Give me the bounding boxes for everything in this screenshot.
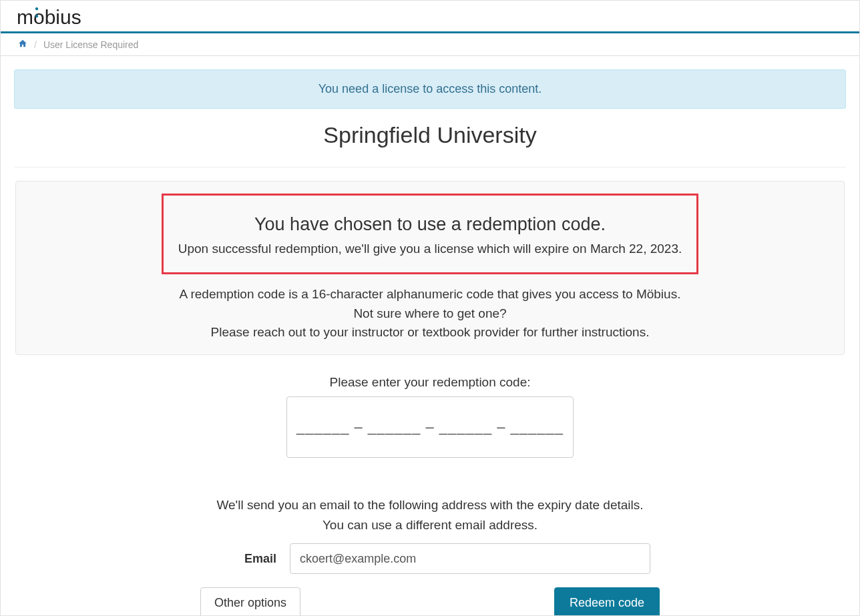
page-title: Springfield University — [14, 122, 846, 148]
highlight-subtext: Upon successful redemption, we'll give y… — [177, 242, 683, 256]
email-row: Email — [14, 543, 846, 574]
button-row: Other options Redeem code — [14, 587, 846, 616]
other-options-button[interactable]: Other options — [200, 587, 300, 616]
info-panel: You have chosen to use a redemption code… — [15, 181, 845, 355]
breadcrumb-current: User License Required — [43, 39, 138, 50]
code-form: Please enter your redemption code: — [14, 375, 846, 458]
header: mo● ●bius — [1, 1, 859, 33]
redemption-highlight: You have chosen to use a redemption code… — [162, 194, 698, 274]
email-label: Email — [210, 552, 276, 566]
breadcrumb: / User License Required — [1, 33, 859, 56]
alert-text: You need a license to access this conten… — [318, 82, 542, 95]
divider — [14, 167, 846, 168]
email-info-1: We'll send you an email to the following… — [14, 495, 846, 515]
help-line-2: Not sure where to get one? — [28, 304, 832, 324]
help-line-3: Please reach out to your instructor or t… — [28, 323, 832, 342]
redemption-code-input[interactable] — [286, 396, 574, 458]
code-label: Please enter your redemption code: — [14, 375, 846, 390]
highlight-heading: You have chosen to use a redemption code… — [177, 214, 683, 235]
help-line-1: A redemption code is a 16-character alph… — [28, 285, 832, 304]
help-text: A redemption code is a 16-character alph… — [28, 285, 832, 342]
email-input[interactable] — [290, 543, 650, 574]
email-info-2: You can use a different email address. — [14, 515, 846, 535]
email-section: We'll send you an email to the following… — [14, 495, 846, 617]
home-icon[interactable] — [18, 39, 27, 50]
logo: mo● ●bius — [17, 6, 843, 29]
breadcrumb-separator: / — [34, 39, 37, 50]
redeem-code-button[interactable]: Redeem code — [554, 587, 660, 616]
license-alert: You need a license to access this conten… — [14, 69, 846, 109]
main-content: You need a license to access this conten… — [1, 56, 859, 616]
